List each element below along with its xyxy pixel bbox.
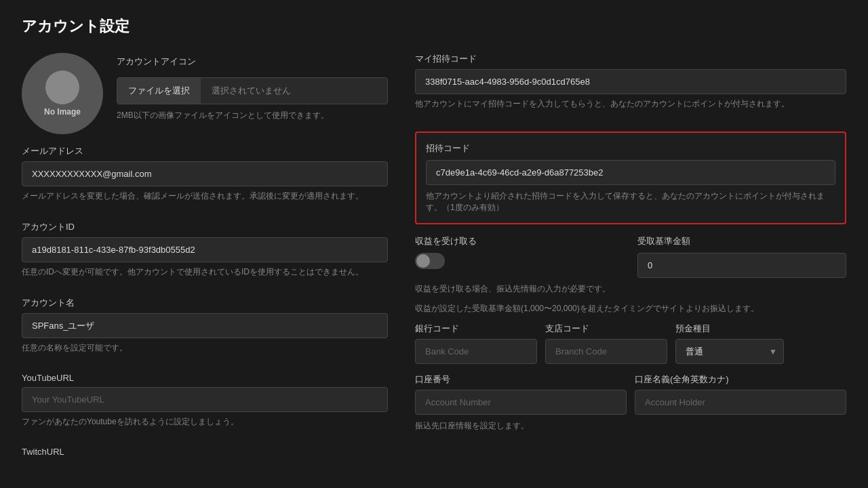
right-panel: マイ招待コード 338f0715-aac4-4983-956d-9c0d1cd7… [415, 53, 846, 469]
referral-hint: 他アカウントより紹介された招待コードを入力して保存すると、あなたのアカウントにポ… [426, 190, 835, 214]
account-name-section: アカウント名 任意の名称を設定可能です。 [22, 297, 388, 365]
threshold-label: 受取基準金額 [637, 235, 846, 247]
file-select-button[interactable]: ファイルを選択 [117, 78, 201, 104]
left-panel: No Image アカウントアイコン ファイルを選択 選択されていません 2MB… [22, 53, 388, 469]
account-icon-label: アカウントアイコン [117, 56, 388, 68]
account-id-input[interactable] [22, 237, 388, 262]
my-invite-code-label: マイ招待コード [415, 53, 846, 65]
referral-value: c7de9e1a-4c69-46cd-a2e9-d6a877253be2 [426, 160, 835, 185]
email-input[interactable] [22, 161, 388, 186]
account-row: 口座番号 口座名義(全角英数カナ) [415, 373, 846, 415]
branch-code-input[interactable] [545, 339, 667, 364]
youtube-input[interactable] [22, 387, 388, 412]
deposit-type-label: 預金種目 [675, 323, 784, 335]
twitch-section: TwitchURL [22, 447, 388, 461]
youtube-hint: ファンがあなたのYoutubeを訪れるように設定しましょう。 [22, 416, 388, 428]
deposit-type-col: 預金種目 普通 当座 貯蓄 ▼ [675, 323, 784, 364]
avatar-hint: 2MB以下の画像ファイルをアイコンとして使用できます。 [117, 110, 388, 121]
file-no-select-label: 選択されていません [201, 78, 302, 104]
deposit-type-select[interactable]: 普通 当座 貯蓄 [675, 339, 784, 364]
earnings-row: 収益を受け取る 受取基準金額 [415, 235, 846, 278]
bank-row: 銀行コード 支店コード 預金種目 普通 当座 貯蓄 ▼ [415, 323, 846, 364]
bank-code-input[interactable] [415, 339, 537, 364]
page-container: アカウント設定 No Image アカウントアイコン ファイルを選択 選択されて… [0, 0, 868, 485]
account-number-col: 口座番号 [415, 373, 627, 415]
account-name-hint: 任意の名称を設定可能です。 [22, 342, 388, 354]
avatar-area: No Image アカウントアイコン ファイルを選択 選択されていません 2MB… [22, 53, 388, 134]
bank-code-label: 銀行コード [415, 323, 537, 335]
earnings-right: 受取基準金額 [637, 235, 846, 278]
account-id-label: アカウントID [22, 221, 388, 233]
my-invite-code-section: マイ招待コード 338f0715-aac4-4983-956d-9c0d1cd7… [415, 53, 846, 121]
twitch-label: TwitchURL [22, 447, 388, 457]
account-name-label: アカウント名 [22, 297, 388, 309]
avatar-right: アカウントアイコン ファイルを選択 選択されていません 2MB以下の画像ファイル… [117, 53, 388, 132]
page-title: アカウント設定 [22, 16, 846, 37]
earnings-toggle[interactable] [415, 253, 445, 269]
file-input-row: ファイルを選択 選択されていません [117, 77, 388, 104]
account-name-input[interactable] [22, 313, 388, 338]
email-section: メールアドレス メールアドレスを変更した場合、確認メールが送信されます。承認後に… [22, 145, 388, 213]
my-invite-code-value: 338f0715-aac4-4983-956d-9c0d1cd765e8 [415, 69, 846, 94]
avatar-circle: No Image [22, 53, 103, 134]
threshold-input[interactable] [637, 253, 846, 278]
email-hint: メールアドレスを変更した場合、確認メールが送信されます。承認後に変更が適用されま… [22, 190, 388, 202]
bank-code-col: 銀行コード [415, 323, 537, 364]
branch-code-label: 支店コード [545, 323, 667, 335]
earnings-hint2: 収益が設定した受取基準金額(1,000〜20,000)を超えたタイミングでサイト… [415, 303, 846, 314]
my-invite-code-hint: 他アカウントにマイ招待コードを入力してもらうと、あなたのアカウントにポイントが付… [415, 98, 846, 110]
account-holder-input[interactable] [635, 390, 846, 415]
youtube-label: YouTubeURL [22, 373, 388, 383]
branch-code-col: 支店コード [545, 323, 667, 364]
referral-section: 招待コード c7de9e1a-4c69-46cd-a2e9-d6a877253b… [415, 131, 846, 224]
earnings-label: 収益を受け取る [415, 235, 624, 247]
email-label: メールアドレス [22, 145, 388, 157]
account-holder-label: 口座名義(全角英数カナ) [635, 373, 846, 386]
account-holder-col: 口座名義(全角英数カナ) [635, 373, 846, 415]
toggle-knob [416, 254, 430, 268]
avatar-no-image-label: No Image [44, 107, 81, 117]
account-number-input[interactable] [415, 390, 627, 415]
bank-hint: 振込先口座情報を設定します。 [415, 420, 846, 432]
earnings-left: 収益を受け取る [415, 235, 624, 269]
account-id-hint: 任意のIDへ変更が可能です。他アカウントで使用されているIDを使用することはでき… [22, 266, 388, 278]
youtube-section: YouTubeURL ファンがあなたのYoutubeを訪れるように設定しましょう… [22, 373, 388, 439]
referral-label: 招待コード [426, 142, 835, 155]
deposit-type-wrapper: 普通 当座 貯蓄 ▼ [675, 339, 784, 364]
account-id-section: アカウントID 任意のIDへ変更が可能です。他アカウントで使用されているIDを使… [22, 221, 388, 289]
account-number-label: 口座番号 [415, 373, 627, 386]
earnings-hint1: 収益を受け取る場合、振込先情報の入力が必要です。 [415, 283, 846, 295]
main-layout: No Image アカウントアイコン ファイルを選択 選択されていません 2MB… [22, 53, 846, 469]
avatar-person-icon [45, 70, 79, 104]
